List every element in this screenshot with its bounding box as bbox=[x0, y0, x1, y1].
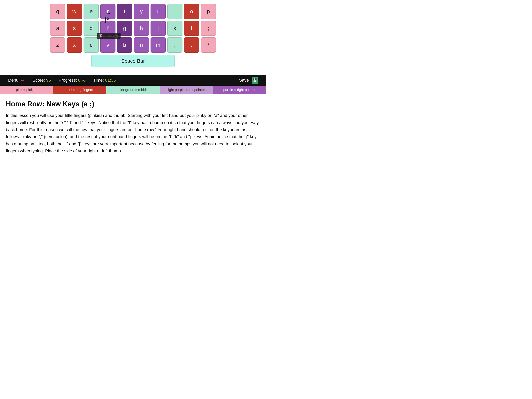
time-label: Time: bbox=[93, 78, 104, 83]
key-e[interactable]: e bbox=[83, 4, 99, 19]
key-x[interactable]: x bbox=[67, 37, 82, 53]
key-c[interactable]: c bbox=[83, 37, 99, 53]
content-body: In this lesson you will use your little … bbox=[6, 112, 260, 154]
legend-item-0: pink = pinkies bbox=[0, 86, 53, 94]
time-value: 01:35 bbox=[105, 78, 116, 83]
content-title: Home Row: New Keys (a ;) bbox=[6, 100, 260, 108]
key-/[interactable]: / bbox=[201, 37, 216, 53]
legend-item-4: purple = right pointer bbox=[213, 86, 266, 94]
keyboard-row-3: zxcvbnm,./ bbox=[50, 37, 216, 53]
menu-bar: Menu ← Score: 96 Progress: 0 % Time: 01:… bbox=[0, 75, 266, 86]
keyboard-area: qwertyuiop asdfghjkl; ☟ Tap to start zxc… bbox=[0, 0, 266, 69]
legend-item-3: light purple = left pointer bbox=[160, 86, 213, 94]
key-;[interactable]: ; bbox=[201, 21, 216, 36]
score-display: Score: 96 bbox=[29, 78, 55, 83]
progress-display: Progress: 0 % bbox=[55, 78, 89, 83]
key-y[interactable]: y bbox=[134, 4, 149, 19]
legend-bar: pink = pinkiesred = ring fingersmint-gre… bbox=[0, 86, 266, 94]
back-arrow-icon[interactable]: ← bbox=[20, 77, 25, 83]
key-a[interactable]: a bbox=[50, 21, 65, 36]
keyboard-row-2-wrapper: asdfghjkl; ☟ Tap to start bbox=[50, 21, 216, 36]
key-v[interactable]: v bbox=[100, 37, 115, 53]
key-,[interactable]: , bbox=[167, 37, 183, 53]
spacebar-container: Space Bar bbox=[91, 55, 175, 67]
time-display: Time: 01:35 bbox=[89, 78, 120, 83]
tap-to-start-tooltip[interactable]: Tap to start bbox=[97, 33, 120, 39]
key-l[interactable]: l bbox=[184, 21, 199, 36]
score-label: Score: bbox=[32, 78, 45, 83]
progress-label: Progress: bbox=[59, 78, 77, 83]
keyboard-row-2: asdfghjkl; bbox=[50, 21, 216, 36]
score-value: 96 bbox=[46, 78, 51, 83]
keyboard-row-1: qwertyuiop bbox=[50, 4, 216, 19]
progress-value: 0 % bbox=[78, 78, 85, 83]
menu-label: Menu bbox=[8, 78, 19, 83]
key-.[interactable]: . bbox=[184, 37, 199, 53]
key-u[interactable]: u bbox=[151, 4, 166, 19]
key-o[interactable]: o bbox=[184, 4, 199, 19]
key-n[interactable]: n bbox=[134, 37, 149, 53]
save-button[interactable]: Save 💾 bbox=[235, 77, 262, 84]
key-h[interactable]: h bbox=[134, 21, 149, 36]
key-p[interactable]: p bbox=[201, 4, 216, 19]
key-w[interactable]: w bbox=[67, 4, 82, 19]
key-i[interactable]: i bbox=[167, 4, 183, 19]
key-b[interactable]: b bbox=[117, 37, 132, 53]
legend-item-1: red = ring fingers bbox=[53, 86, 106, 94]
key-r[interactable]: r bbox=[100, 4, 115, 19]
key-j[interactable]: j bbox=[151, 21, 166, 36]
spacebar-key[interactable]: Space Bar bbox=[91, 55, 175, 67]
save-icon: 💾 bbox=[252, 77, 258, 84]
key-z[interactable]: z bbox=[50, 37, 65, 53]
key-t[interactable]: t bbox=[117, 4, 132, 19]
menu-button[interactable]: Menu ← bbox=[4, 77, 29, 83]
key-m[interactable]: m bbox=[151, 37, 166, 53]
save-label: Save bbox=[239, 78, 249, 83]
key-d[interactable]: d bbox=[83, 21, 99, 36]
key-k[interactable]: k bbox=[167, 21, 183, 36]
content-area: Home Row: New Keys (a ;) In this lesson … bbox=[0, 94, 266, 162]
legend-item-2: mint-green = middle bbox=[106, 86, 159, 94]
key-s[interactable]: s bbox=[67, 21, 82, 36]
key-q[interactable]: q bbox=[50, 4, 65, 19]
